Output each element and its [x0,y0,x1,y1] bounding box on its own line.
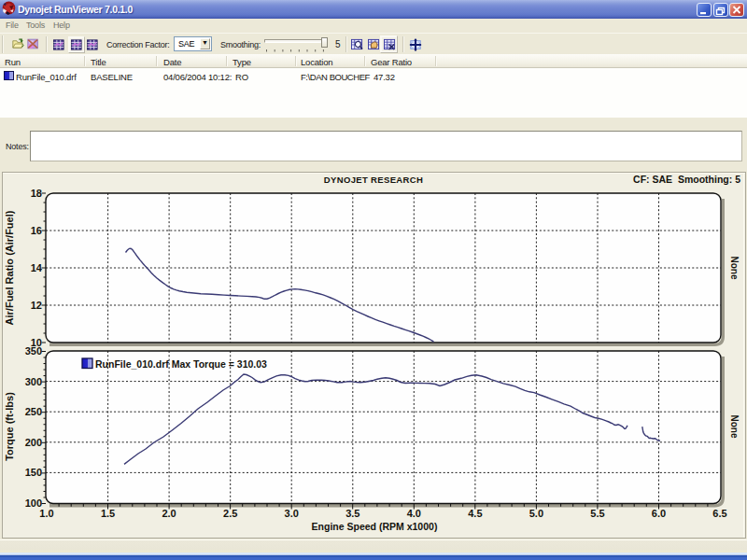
svg-text:1.5: 1.5 [101,508,115,519]
svg-text:None: None [729,257,740,280]
svg-text:3.0: 3.0 [285,508,299,519]
svg-text:DYNOJET RESEARCH: DYNOJET RESEARCH [324,175,423,185]
svg-text:RunFile_010.drf Max Torque = 3: RunFile_010.drf Max Torque = 310.03 [95,358,267,370]
svg-text:Torque (ft-lbs): Torque (ft-lbs) [4,392,15,461]
svg-text:150: 150 [25,467,42,478]
svg-text:2.5: 2.5 [223,508,237,519]
svg-text:4.0: 4.0 [407,508,421,519]
svg-text:Air/Fuel Ratio (Air/Fuel): Air/Fuel Ratio (Air/Fuel) [4,210,15,325]
svg-text:4.5: 4.5 [468,508,482,519]
svg-text:5.5: 5.5 [590,508,604,519]
svg-text:1.0: 1.0 [39,508,53,519]
svg-text:2.0: 2.0 [162,508,176,519]
svg-text:6.5: 6.5 [712,508,726,519]
svg-text:6.0: 6.0 [652,508,666,519]
svg-text:3.5: 3.5 [345,508,359,519]
svg-text:16: 16 [31,225,42,236]
svg-text:14: 14 [31,262,43,273]
svg-text:300: 300 [25,376,42,387]
svg-text:5.0: 5.0 [529,508,543,519]
svg-text:350: 350 [25,345,42,357]
svg-text:CF: SAE Smoothing: 5: CF: SAE Smoothing: 5 [633,174,740,185]
svg-text:200: 200 [25,437,42,448]
svg-text:250: 250 [25,406,42,417]
svg-text:12: 12 [31,300,42,311]
svg-text:18: 18 [31,188,42,199]
svg-text:None: None [729,415,740,439]
svg-text:Engine Speed (RPM x1000): Engine Speed (RPM x1000) [312,521,438,532]
svg-text:100: 100 [25,497,42,509]
